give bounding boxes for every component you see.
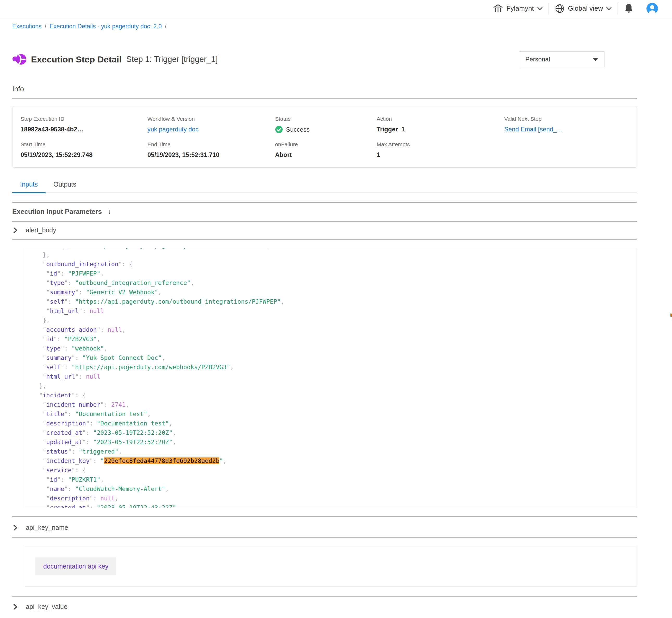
select-caret-icon	[593, 58, 598, 61]
tab-inputs[interactable]: Inputs	[12, 177, 46, 193]
param-section-api-key-name[interactable]: api_key_name	[12, 524, 637, 531]
code-line: "id": "PJFWPEP",	[35, 269, 637, 278]
code-line: "created_at": "2023-05-19T22:52:20Z",	[35, 428, 637, 437]
info-field-link[interactable]: Send Email [send_…	[504, 126, 563, 133]
institution-icon	[493, 4, 503, 13]
status-badge: Success	[286, 126, 310, 133]
param-section-api-key-value[interactable]: api_key_value	[12, 603, 637, 610]
tab-outputs[interactable]: Outputs	[46, 177, 84, 193]
section-divider	[12, 98, 637, 99]
info-card: Step Execution ID18992a43-9538-4b2…Workf…	[12, 106, 637, 168]
scope-select-value: Personal	[525, 56, 550, 63]
breadcrumb-link[interactable]: Execution Details - yuk pagerduty doc: 2…	[50, 23, 162, 30]
info-field-value: 18992a43-9538-4b2…	[20, 126, 148, 133]
info-field: onFailureAbort	[275, 141, 376, 159]
code-line: "outbound_integration": {	[35, 260, 637, 269]
chevron-down-icon	[537, 7, 543, 10]
bell-icon	[624, 3, 634, 14]
workflow-step-icon	[12, 52, 26, 66]
chevron-right-icon	[12, 524, 18, 531]
breadcrumb-separator: /	[165, 23, 166, 30]
code-line: "incident": {	[35, 391, 637, 400]
globe-icon	[555, 3, 565, 14]
execution-input-parameters-row: Execution Input Parameters ↓	[12, 207, 637, 216]
code-line: "name": "CloudWatch-Memory-Alert",	[35, 484, 637, 494]
page-title: Execution Step Detail	[31, 55, 121, 65]
code-line: "type": "webhook",	[35, 344, 637, 353]
code-line: },	[35, 381, 637, 391]
notifications-button[interactable]	[618, 3, 640, 14]
org-menu-label: Fylamynt	[506, 4, 534, 12]
info-field: ActionTrigger_1	[376, 116, 504, 133]
success-check-icon	[275, 126, 283, 133]
param-section-alert-body[interactable]: alert_body	[12, 226, 637, 234]
code-line: },	[35, 250, 637, 260]
top-navigation-bar: Fylamynt Global view	[0, 0, 672, 17]
json-code-viewer[interactable]: "html_url": "https://fylamynt.pagerduty.…	[25, 248, 637, 508]
info-field-label: onFailure	[275, 141, 376, 147]
info-field-label: Action	[376, 116, 504, 122]
info-field: Max Attempts1	[376, 141, 504, 159]
page-subtitle: Step 1: Trigger [trigger_1]	[126, 55, 218, 64]
info-field: End Time05/19/2023, 15:52:31.710	[148, 141, 275, 159]
org-menu[interactable]: Fylamynt	[487, 4, 548, 13]
info-field-value: Send Email [send_…	[504, 126, 628, 133]
code-line: "incident_number": 2741,	[35, 400, 637, 409]
info-field-value: 05/19/2023, 15:52:29.748	[20, 151, 148, 159]
info-field-value: 05/19/2023, 15:52:31.710	[148, 151, 275, 159]
info-field-value: Abort	[275, 151, 376, 159]
info-field: Step Execution ID18992a43-9538-4b2…	[20, 116, 148, 133]
info-field: StatusSuccess	[275, 116, 376, 133]
breadcrumb-link[interactable]: Executions	[12, 23, 42, 30]
tabs-bar: Inputs Outputs	[12, 177, 637, 193]
info-field-label: Max Attempts	[376, 141, 504, 147]
code-line: },	[35, 316, 637, 325]
code-line: "description": null,	[35, 494, 637, 503]
api-key-name-value-box: documentation api key	[25, 546, 637, 587]
info-field-label: Valid Next Step	[504, 116, 628, 122]
avatar-icon	[646, 2, 659, 15]
chevron-right-icon	[12, 227, 18, 234]
code-line: "html_url": null	[35, 306, 637, 316]
section-divider	[12, 202, 637, 203]
account-button[interactable]	[640, 2, 665, 15]
param-section-label: alert_body	[26, 226, 56, 234]
search-highlight: 229efec8feda44778d3fe692b28aed2b	[104, 457, 219, 464]
info-field-label: Status	[275, 116, 376, 122]
code-line: "incident_key": "229efec8feda44778d3fe69…	[35, 456, 637, 466]
execution-input-parameters-title: Execution Input Parameters	[12, 208, 102, 216]
section-divider	[12, 516, 637, 517]
code-line: "updated_at": "2023-05-19T22:52:20Z",	[35, 437, 637, 447]
info-field-value: Trigger_1	[376, 126, 504, 133]
code-line: "id": "PZB2VG3",	[35, 334, 637, 344]
param-section-label: api_key_value	[26, 603, 68, 610]
info-grid: Step Execution ID18992a43-9538-4b2…Workf…	[20, 116, 628, 159]
scope-select[interactable]: Personal	[519, 51, 605, 68]
section-divider	[12, 239, 637, 240]
code-line: "self": "https://api.pagerduty.com/webho…	[35, 363, 637, 372]
view-menu[interactable]: Global view	[549, 3, 617, 14]
chevron-down-icon	[606, 7, 612, 10]
info-field-label: Workflow & Version	[148, 116, 275, 122]
info-field-label: Start Time	[20, 141, 148, 147]
breadcrumb-separator: /	[45, 23, 47, 30]
chevron-right-icon	[12, 603, 18, 610]
info-heading: Info	[12, 85, 637, 93]
section-divider	[12, 596, 637, 597]
main-content: Executions/Execution Details - yuk pager…	[0, 23, 672, 610]
info-field: Start Time05/19/2023, 15:52:29.748	[20, 141, 148, 159]
code-line: "service": {	[35, 466, 637, 475]
info-field-value: 1	[376, 151, 504, 159]
download-icon[interactable]: ↓	[107, 207, 111, 216]
info-field-value: Success	[275, 126, 376, 133]
code-line: "accounts_addon": null,	[35, 325, 637, 334]
breadcrumb: Executions/Execution Details - yuk pager…	[12, 23, 637, 30]
code-line: "summary": "Yuk Spot Connect Doc",	[35, 353, 637, 363]
code-line: "type": "outbound_integration_reference"…	[35, 278, 637, 288]
code-line: "self": "https://api.pagerduty.com/outbo…	[35, 297, 637, 306]
code-line: "id": "PUZKRT1",	[35, 475, 637, 484]
json-code-content: "html_url": "https://fylamynt.pagerduty.…	[25, 248, 637, 508]
info-field-link[interactable]: yuk pagerduty doc	[148, 126, 198, 133]
info-field: Workflow & Versionyuk pagerduty doc	[148, 116, 275, 133]
param-section-label: api_key_name	[26, 524, 68, 531]
